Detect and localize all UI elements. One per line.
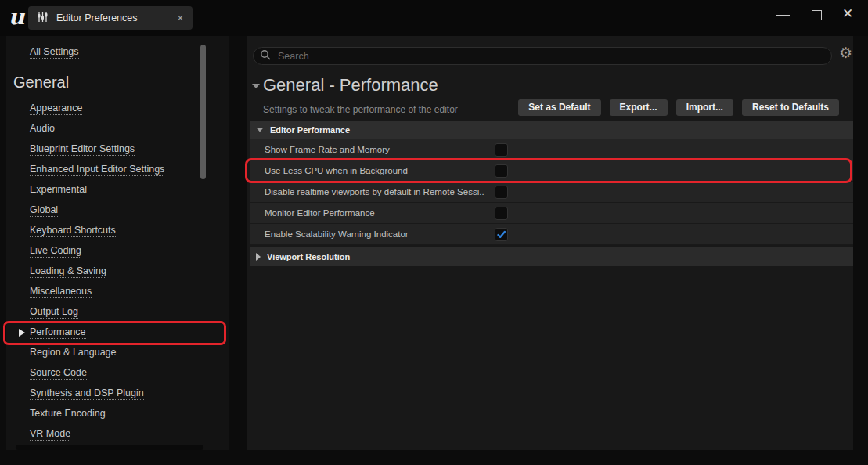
tab-close-icon[interactable]: ✕ bbox=[177, 14, 184, 23]
set-as-default-button[interactable]: Set as Default bbox=[518, 99, 600, 116]
import-button[interactable]: Import... bbox=[676, 99, 733, 116]
sidebar-item-miscellaneous[interactable]: Miscellaneous bbox=[6, 282, 229, 302]
sidebar-item-live-coding[interactable]: Live Coding bbox=[6, 241, 229, 261]
settings-gear-icon[interactable]: ⚙ bbox=[839, 45, 852, 60]
sidebar-item-blueprint-editor-settings[interactable]: Blueprint Editor Settings bbox=[6, 139, 229, 160]
search-input[interactable] bbox=[276, 50, 825, 63]
selected-item-arrow-icon bbox=[19, 329, 25, 337]
sidebar-item-synthesis-dsp-plugin[interactable]: Synthesis and DSP Plugin bbox=[6, 384, 229, 404]
row-use-less-cpu-when-in-background[interactable]: Use Less CPU when in Background bbox=[250, 160, 853, 182]
search-icon bbox=[260, 49, 271, 63]
sidebar-item-experimental[interactable]: Experimental bbox=[6, 180, 229, 200]
editor-performance-rows: Show Frame Rate and Memory Use Less CPU … bbox=[250, 139, 853, 245]
sidebar-item-region-language[interactable]: Region & Language bbox=[6, 343, 229, 363]
sidebar-item-output-log[interactable]: Output Log bbox=[6, 302, 229, 323]
column-divider bbox=[823, 160, 823, 181]
row-monitor-editor-performance[interactable]: Monitor Editor Performance bbox=[250, 203, 853, 224]
maximize-icon[interactable] bbox=[812, 10, 822, 20]
column-divider bbox=[823, 203, 823, 223]
page-subtitle: Settings to tweak the performance of the… bbox=[263, 104, 458, 115]
column-divider bbox=[823, 224, 823, 244]
column-divider bbox=[823, 182, 823, 202]
row-disable-realtime-viewports[interactable]: Disable realtime viewports by default in… bbox=[250, 182, 853, 203]
row-show-frame-rate-and-memory[interactable]: Show Frame Rate and Memory bbox=[250, 139, 853, 160]
checkbox-enable-scalability-warning[interactable] bbox=[495, 228, 508, 241]
checkbox-use-less-cpu[interactable] bbox=[495, 164, 508, 178]
sidebar-item-performance[interactable]: Performance bbox=[6, 323, 229, 343]
all-settings-link[interactable]: All Settings bbox=[30, 46, 79, 57]
tab-title: Editor Preferences bbox=[56, 13, 169, 23]
search-bar[interactable] bbox=[253, 47, 832, 65]
sidebar-item-vr-mode[interactable]: VR Mode bbox=[6, 424, 229, 445]
sidebar-item-appearance[interactable]: Appearance bbox=[6, 99, 229, 119]
section-collapse-icon[interactable] bbox=[257, 128, 264, 132]
export-button[interactable]: Export... bbox=[610, 99, 668, 116]
checkbox-disable-realtime-viewports[interactable] bbox=[495, 186, 508, 199]
sidebar-item-keyboard-shortcuts[interactable]: Keyboard Shortcuts bbox=[6, 221, 229, 241]
sidebar-horizontal-scrollbar[interactable] bbox=[16, 445, 203, 450]
settings-sidebar: All Settings General Appearance Audio Bl… bbox=[6, 36, 229, 450]
editor-preferences-window: u Editor Preferences ✕ bbox=[0, 0, 868, 465]
sidebar-item-loading-saving[interactable]: Loading & Saving bbox=[6, 261, 229, 282]
settings-main-panel: ⚙ General - Performance Settings to twea… bbox=[247, 36, 853, 450]
unreal-logo-icon: u bbox=[5, 2, 28, 31]
section-label: Viewport Resolution bbox=[267, 252, 350, 261]
column-divider bbox=[823, 139, 823, 160]
checkbox-show-frame-rate[interactable] bbox=[495, 143, 508, 157]
section-label: Editor Performance bbox=[270, 125, 350, 135]
sidebar-category-general: General bbox=[13, 74, 69, 92]
section-editor-performance[interactable]: Editor Performance bbox=[250, 121, 853, 139]
sliders-icon bbox=[37, 11, 49, 26]
sidebar-item-source-code[interactable]: Source Code bbox=[6, 363, 229, 384]
section-expand-icon[interactable] bbox=[256, 253, 261, 261]
sidebar-item-enhanced-input-editor-settings[interactable]: Enhanced Input Editor Settings bbox=[6, 160, 229, 180]
sidebar-vertical-scrollbar[interactable] bbox=[200, 45, 206, 179]
reset-to-defaults-button[interactable]: Reset to Defaults bbox=[742, 99, 839, 116]
tab-editor-preferences[interactable]: Editor Preferences ✕ bbox=[28, 6, 193, 30]
sidebar-item-audio[interactable]: Audio bbox=[6, 119, 229, 139]
sidebar-item-global[interactable]: Global bbox=[6, 200, 229, 221]
title-bar: u Editor Preferences ✕ bbox=[0, 0, 868, 36]
row-enable-scalability-warning-indicator[interactable]: Enable Scalability Warning Indicator bbox=[250, 224, 853, 245]
sidebar-item-list: Appearance Audio Blueprint Editor Settin… bbox=[6, 99, 229, 445]
close-icon[interactable]: ✕ bbox=[842, 7, 853, 20]
page-title-collapse-icon[interactable] bbox=[252, 84, 260, 88]
section-viewport-resolution[interactable]: Viewport Resolution bbox=[250, 247, 853, 266]
header-button-row: Set as Default Export... Import... Reset… bbox=[518, 99, 839, 116]
minimize-icon[interactable] bbox=[776, 15, 790, 16]
page-title: General - Performance bbox=[263, 75, 438, 96]
sidebar-item-texture-encoding[interactable]: Texture Encoding bbox=[6, 404, 229, 424]
checkbox-monitor-editor-performance[interactable] bbox=[495, 207, 508, 220]
window-bottom-border bbox=[2, 463, 866, 463]
